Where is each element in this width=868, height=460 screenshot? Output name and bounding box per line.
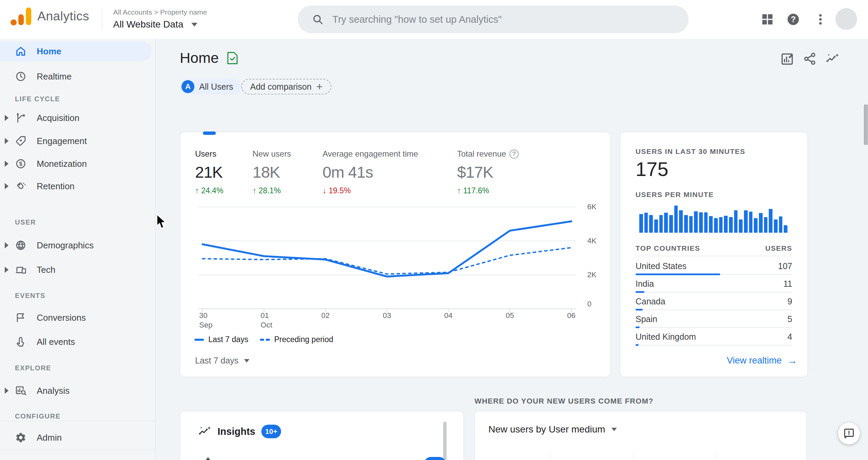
minute-bar xyxy=(754,218,758,233)
metric-users[interactable]: Users 21K ↑ 24.4% xyxy=(195,149,223,195)
minute-bar xyxy=(664,213,668,233)
page-scrollbar[interactable] xyxy=(864,105,868,145)
expand-caret-icon[interactable] xyxy=(5,138,8,144)
sidebar-item-demographics[interactable]: Demographics xyxy=(0,235,155,255)
metric-new-users[interactable]: New users 18K ↑ 28.1% xyxy=(253,149,291,195)
expand-caret-icon[interactable] xyxy=(5,388,8,394)
metric-avg-engagement-time[interactable]: Average engagement time 0m 41s ↓ 19.5% xyxy=(323,149,418,195)
users-per-minute-label: USERS PER MINUTE xyxy=(636,191,792,199)
sidebar-item-analysis[interactable]: Analysis xyxy=(0,381,155,401)
minute-bar xyxy=(669,215,673,233)
feedback-button[interactable] xyxy=(838,423,860,444)
users-30min-value: 175 xyxy=(636,158,669,180)
svg-text:05: 05 xyxy=(506,311,514,320)
svg-text:04: 04 xyxy=(444,311,452,320)
sidebar-item-label: Analysis xyxy=(37,386,70,396)
bar-track xyxy=(636,309,792,310)
gear-icon xyxy=(15,432,27,443)
sidebar-item-label: Conversions xyxy=(37,313,86,323)
svg-text:30: 30 xyxy=(199,311,207,320)
expand-caret-icon[interactable] xyxy=(5,242,8,248)
insights-count-badge[interactable]: 10+ xyxy=(261,425,281,438)
country-bar xyxy=(636,273,720,275)
help-icon[interactable]: ? xyxy=(786,13,800,26)
table-row[interactable]: India 11 xyxy=(636,276,792,294)
insights-card: Insights 10+ xyxy=(180,411,464,460)
sidebar-item-label: Demographics xyxy=(37,240,94,251)
table-row[interactable]: Canada 9 xyxy=(636,294,792,312)
mouse-cursor xyxy=(156,214,168,231)
sidebar-item-label: Admin xyxy=(37,432,62,443)
arrow-right-icon: → xyxy=(787,355,797,366)
minute-bar xyxy=(744,210,748,233)
metric-total-revenue[interactable]: Total revenue ? $17K ↑ 117.6% xyxy=(457,149,519,195)
sidebar-item-realtime[interactable]: Realtime xyxy=(0,67,155,86)
sidebar-item-admin[interactable]: Admin xyxy=(0,428,155,447)
insights-item-badge[interactable] xyxy=(424,457,446,460)
country-users: 11 xyxy=(783,279,792,289)
add-comparison-button[interactable]: Add comparison + xyxy=(241,79,331,94)
metric-delta: ↑ 24.4% xyxy=(195,186,223,195)
sidebar-item-monetization[interactable]: $ Monetization xyxy=(0,154,155,174)
svg-text:01: 01 xyxy=(261,311,269,320)
minute-bar xyxy=(774,219,778,233)
sidebar-item-label: Realtime xyxy=(37,71,72,82)
insights-spark-icon[interactable] xyxy=(825,52,839,66)
table-row[interactable]: Spain 5 xyxy=(636,312,792,329)
expand-caret-icon[interactable] xyxy=(5,267,8,273)
table-row[interactable]: United States 107 xyxy=(636,259,792,276)
users-column-label: USERS xyxy=(765,244,792,252)
user-avatar[interactable] xyxy=(835,8,857,30)
users-30min-label: USERS IN LAST 30 MINUTES xyxy=(636,147,792,156)
insights-title: Insights xyxy=(218,426,255,437)
breadcrumb[interactable]: All Accounts > Property name xyxy=(113,8,207,16)
chart-gridline xyxy=(550,452,551,460)
sidebar-item-tech[interactable]: Tech xyxy=(0,260,155,280)
sidebar-item-conversions[interactable]: Conversions xyxy=(0,308,155,328)
metric-value: 18K xyxy=(253,163,291,181)
country-name: Spain xyxy=(636,314,657,324)
chevron-down-icon xyxy=(611,428,617,431)
country-name: United Kingdom xyxy=(636,332,696,342)
help-icon[interactable]: ? xyxy=(509,149,519,159)
realtime-card: USERS IN LAST 30 MINUTES 175 USERS PER M… xyxy=(620,132,808,377)
sidebar-item-all-events[interactable]: All events xyxy=(0,332,155,352)
new-users-card-title[interactable]: New users by User medium xyxy=(488,424,617,435)
sidebar-item-retention[interactable]: Retention xyxy=(0,176,155,196)
all-users-chip[interactable]: A All Users xyxy=(180,79,241,94)
sidebar-item-label: Acquisition xyxy=(37,113,80,123)
date-range-selector[interactable]: Last 7 days xyxy=(195,356,249,366)
top-countries-table: United States 107 India 11 Canada 9 Spai… xyxy=(636,259,792,347)
sidebar-item-engagement[interactable]: Engagement xyxy=(0,131,155,151)
tag-heart-icon xyxy=(15,135,27,147)
apps-grid-icon[interactable] xyxy=(761,13,774,26)
minute-bar xyxy=(764,217,768,233)
insights-scrollbar[interactable] xyxy=(443,422,447,460)
sidebar-item-label: Tech xyxy=(37,265,55,275)
table-divider xyxy=(636,256,792,256)
share-icon[interactable] xyxy=(803,52,817,66)
metric-delta: ↑ 117.6% xyxy=(457,186,519,195)
customize-report-icon[interactable] xyxy=(780,52,795,66)
sidebar-item-acquisition[interactable]: Acquisition xyxy=(0,108,155,128)
expand-caret-icon[interactable] xyxy=(5,161,8,167)
minute-bar xyxy=(724,216,728,233)
audience-avatar: A xyxy=(181,80,194,93)
product-name: Analytics xyxy=(37,9,89,23)
search-input[interactable]: Try searching "how to set up Analytics" xyxy=(298,5,689,33)
country-users: 4 xyxy=(787,332,792,342)
acquisition-icon xyxy=(15,112,27,124)
metric-value: 21K xyxy=(195,163,223,181)
more-menu-icon[interactable] xyxy=(814,13,827,26)
account-selector[interactable]: All Website Data xyxy=(113,19,197,30)
expand-caret-icon[interactable] xyxy=(5,183,8,189)
table-row[interactable]: United Kingdom 4 xyxy=(636,329,792,347)
carousel-tab-indicator[interactable] xyxy=(203,131,216,135)
globe-icon xyxy=(15,240,27,251)
sidebar-item-home[interactable]: Home xyxy=(0,41,152,61)
expand-caret-icon[interactable] xyxy=(5,115,8,121)
view-realtime-link[interactable]: View realtime → xyxy=(727,355,797,366)
minute-bar xyxy=(714,218,718,233)
analytics-logo-icon xyxy=(10,7,32,26)
minute-bar xyxy=(639,214,643,233)
